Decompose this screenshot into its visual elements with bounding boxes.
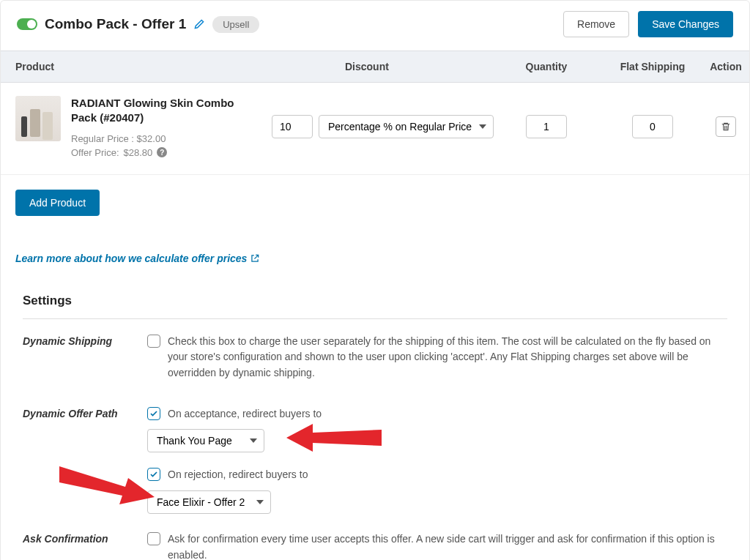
external-link-icon (250, 253, 260, 264)
offer-price: Offer Price: $28.80 ? (71, 147, 240, 158)
rejection-redirect-select[interactable]: Face Elixir - Offer 2 (147, 490, 271, 514)
discount-type-select[interactable]: Percentage % on Regular Price (319, 115, 494, 138)
col-flat-shipping: Flat Shipping (601, 61, 704, 72)
offer-type-badge: Upsell (212, 16, 259, 33)
offer-title: Combo Pack - Offer 1 (45, 16, 186, 32)
dynamic-offer-path-label: Dynamic Offer Path (23, 406, 140, 514)
settings-heading: Settings (23, 294, 727, 319)
discount-value-input[interactable] (272, 115, 313, 138)
setting-ask-confirmation: Ask Confirmation Ask for confirmation ev… (23, 531, 727, 560)
offer-enabled-toggle[interactable] (17, 18, 37, 30)
setting-dynamic-offer-path: Dynamic Offer Path On acceptance, redire… (23, 406, 727, 514)
edit-title-icon[interactable] (193, 18, 205, 30)
save-changes-button[interactable]: Save Changes (638, 11, 733, 37)
on-rejection-checkbox[interactable] (147, 468, 160, 481)
regular-price: Regular Price : $32.00 (71, 133, 240, 144)
dynamic-shipping-description: Check this box to charge the user separa… (168, 334, 727, 381)
product-table-header: Product Discount Quantity Flat Shipping … (1, 51, 749, 83)
trash-icon (721, 122, 731, 132)
col-discount: Discount (272, 61, 491, 72)
quantity-input[interactable] (526, 115, 567, 138)
flat-shipping-input[interactable] (632, 115, 673, 138)
col-action: Action (704, 61, 748, 72)
remove-button[interactable]: Remove (563, 11, 629, 37)
setting-dynamic-shipping: Dynamic Shipping Check this box to charg… (23, 334, 727, 389)
product-name: RADIANT Glowing Skin Combo Pack (#20407) (71, 96, 240, 126)
panel-header: Combo Pack - Offer 1 Upsell Remove Save … (1, 1, 749, 51)
learn-more-link[interactable]: Learn more about how we calculate offer … (1, 223, 260, 264)
on-acceptance-checkbox[interactable] (147, 407, 160, 420)
col-product: Product (15, 61, 272, 72)
product-row: RADIANT Glowing Skin Combo Pack (#20407)… (1, 83, 749, 175)
dynamic-shipping-label: Dynamic Shipping (23, 334, 140, 389)
dynamic-shipping-checkbox[interactable] (147, 335, 160, 348)
settings-section: Settings Dynamic Shipping Check this box… (1, 264, 749, 561)
on-acceptance-text: On acceptance, redirect buyers to (168, 406, 322, 422)
delete-product-button[interactable] (716, 116, 736, 137)
offer-editor-panel: Combo Pack - Offer 1 Upsell Remove Save … (0, 0, 750, 560)
ask-confirmation-label: Ask Confirmation (23, 531, 140, 560)
ask-confirmation-checkbox[interactable] (147, 532, 160, 545)
help-icon[interactable]: ? (157, 147, 167, 157)
acceptance-redirect-select[interactable]: Thank You Page (147, 429, 264, 452)
col-quantity: Quantity (491, 61, 601, 72)
ask-confirmation-description: Ask for confirmation every time user acc… (168, 531, 727, 560)
on-rejection-text: On rejection, redirect buyers to (168, 467, 308, 483)
add-product-button[interactable]: Add Product (15, 190, 100, 216)
product-thumbnail (15, 96, 61, 141)
